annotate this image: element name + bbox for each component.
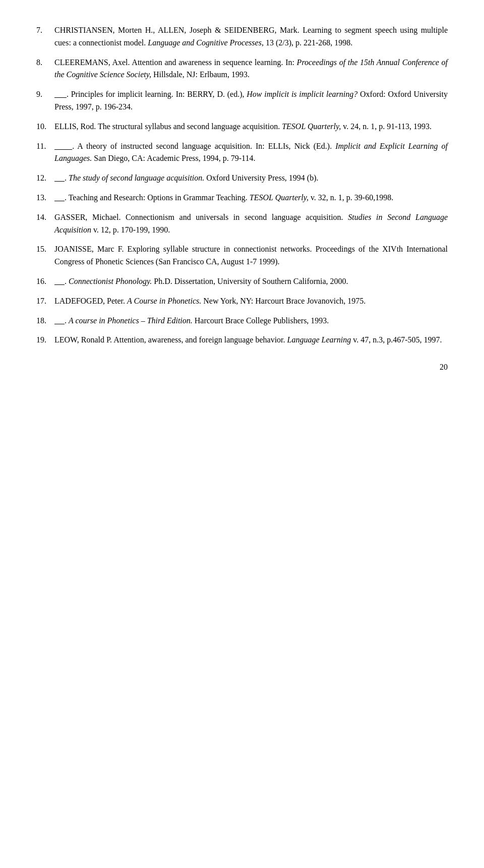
ref-number-17: 17. [36, 295, 54, 308]
list-item: 10. ELLIS, Rod. The structural syllabus … [36, 121, 448, 133]
ref-content-7: CHRISTIANSEN, Morten H., ALLEN, Joseph &… [54, 24, 448, 49]
list-item: 17. LADEFOGED, Peter. A Course in Phonet… [36, 295, 448, 308]
ref-content-19: LEOW, Ronald P. Attention, awareness, an… [54, 334, 448, 346]
ref-content-12: . The study of second language acquisiti… [54, 172, 448, 185]
list-item: 12. . The study of second language acqui… [36, 172, 448, 185]
ref-number-8: 8. [36, 56, 54, 82]
ref-number-18: 18. [36, 315, 54, 327]
ref-number-11: 11. [36, 140, 54, 165]
list-item: 13. . Teaching and Research: Options in … [36, 192, 448, 204]
ref-content-10: ELLIS, Rod. The structural syllabus and … [54, 121, 448, 133]
page-number: 20 [440, 361, 448, 374]
ref-content-8: CLEEREMANS, Axel. Attention and awarenes… [54, 56, 448, 82]
ref-number-19: 19. [36, 334, 54, 346]
ref-content-16: . Connectionist Phonology. Ph.D. Dissert… [54, 275, 448, 288]
list-item: 16. . Connectionist Phonology. Ph.D. Dis… [36, 275, 448, 288]
ref-content-15: JOANISSE, Marc F. Exploring syllable str… [54, 243, 448, 268]
ref-number-12: 12. [36, 172, 54, 185]
ref-number-10: 10. [36, 121, 54, 133]
ref-number-9: 9. [36, 88, 54, 113]
ref-number-13: 13. [36, 192, 54, 204]
list-item: 15. JOANISSE, Marc F. Exploring syllable… [36, 243, 448, 268]
ref-content-17: LADEFOGED, Peter. A Course in Phonetics.… [54, 295, 448, 308]
ref-number-16: 16. [36, 275, 54, 288]
ref-content-18: . A course in Phonetics – Third Edition.… [54, 315, 448, 327]
reference-list: 7. CHRISTIANSEN, Morten H., ALLEN, Josep… [36, 24, 448, 346]
list-item: 9. . Principles for implicit learning. I… [36, 88, 448, 113]
list-item: 11. . A theory of instructed second lang… [36, 140, 448, 165]
ref-content-14: GASSER, Michael. Connectionism and unive… [54, 211, 448, 237]
ref-content-11: . A theory of instructed second language… [54, 140, 448, 165]
list-item: 7. CHRISTIANSEN, Morten H., ALLEN, Josep… [36, 24, 448, 49]
list-item: 8. CLEEREMANS, Axel. Attention and aware… [36, 56, 448, 82]
ref-number-14: 14. [36, 211, 54, 237]
ref-number-7: 7. [36, 24, 54, 49]
ref-content-13: . Teaching and Research: Options in Gram… [54, 192, 448, 204]
list-item: 19. LEOW, Ronald P. Attention, awareness… [36, 334, 448, 346]
list-item: 18. . A course in Phonetics – Third Edit… [36, 315, 448, 327]
list-item: 14. GASSER, Michael. Connectionism and u… [36, 211, 448, 237]
ref-number-15: 15. [36, 243, 54, 268]
page: 7. CHRISTIANSEN, Morten H., ALLEN, Josep… [0, 0, 484, 384]
ref-content-9: . Principles for implicit learning. In: … [54, 88, 448, 113]
